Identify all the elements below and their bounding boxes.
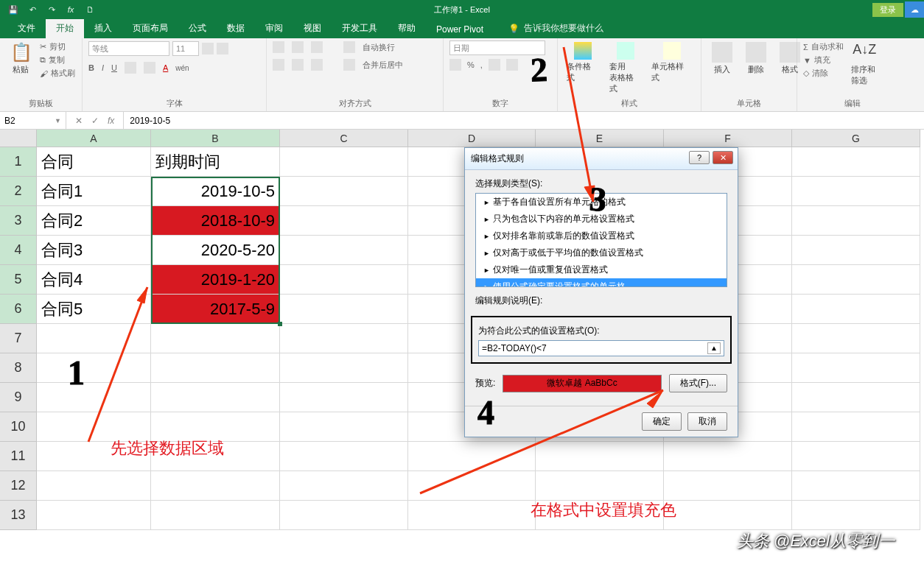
- inc-dec-icon[interactable]: [489, 59, 500, 71]
- cell-style-button[interactable]: 单元格样式: [648, 40, 695, 85]
- cell-G6[interactable]: [792, 295, 920, 324]
- tab-file[interactable]: 文件: [7, 18, 46, 38]
- wrap-button[interactable]: 自动换行: [363, 42, 395, 53]
- cond-format-button[interactable]: 条件格式: [564, 40, 602, 85]
- cell-G11[interactable]: [792, 442, 920, 471]
- phonetic-icon[interactable]: wén: [175, 64, 189, 72]
- save-icon[interactable]: 💾: [7, 4, 19, 15]
- cell-F12[interactable]: [664, 471, 792, 501]
- cell-G7[interactable]: [792, 324, 920, 353]
- undo-icon[interactable]: ↶: [27, 4, 38, 15]
- cell-C7[interactable]: [280, 324, 408, 353]
- row-header-1[interactable]: 1: [0, 147, 37, 177]
- autosum-button[interactable]: Σ自动求和: [803, 40, 844, 53]
- cell-G5[interactable]: [792, 265, 920, 295]
- copy-button[interactable]: ⧉复制: [40, 54, 75, 66]
- tab-formula[interactable]: 公式: [178, 18, 217, 38]
- cell-B13[interactable]: [151, 501, 280, 530]
- row-header-6[interactable]: 6: [0, 295, 37, 324]
- align-top-icon[interactable]: [273, 41, 284, 53]
- cell-A7[interactable]: [37, 324, 151, 353]
- col-header-B[interactable]: B: [151, 130, 280, 147]
- cell-B1[interactable]: 到期时间: [151, 147, 280, 177]
- col-header-F[interactable]: F: [664, 130, 792, 147]
- paste-button[interactable]: 📋 粘贴: [6, 40, 35, 77]
- formula-input[interactable]: 2019-10-5: [123, 112, 924, 129]
- fill-handle[interactable]: [278, 322, 282, 326]
- qat-icon[interactable]: fx: [65, 4, 77, 15]
- col-header-D[interactable]: D: [408, 130, 536, 147]
- cell-B6[interactable]: 2017-5-9: [151, 295, 280, 324]
- cell-C5[interactable]: [280, 265, 408, 295]
- wrap-icon[interactable]: [343, 41, 355, 53]
- row-header-5[interactable]: 5: [0, 265, 37, 295]
- cell-A1[interactable]: 合同: [37, 147, 151, 177]
- cell-C2[interactable]: [280, 177, 408, 206]
- cell-A13[interactable]: [37, 501, 151, 530]
- cell-C9[interactable]: [280, 383, 408, 412]
- rule-type-item[interactable]: 仅对高于或低于平均值的数值设置格式: [476, 244, 727, 261]
- currency-icon[interactable]: [449, 59, 461, 71]
- fx-icon[interactable]: fx: [108, 116, 114, 126]
- tab-review[interactable]: 审阅: [255, 18, 293, 38]
- close-button[interactable]: ✕: [713, 151, 733, 164]
- cell-G10[interactable]: [792, 412, 920, 442]
- cell-C13[interactable]: [280, 501, 408, 530]
- cell-E12[interactable]: [536, 471, 664, 501]
- chevron-down-icon[interactable]: ▼: [55, 117, 61, 124]
- cut-button[interactable]: ✂剪切: [40, 40, 75, 53]
- row-header-8[interactable]: 8: [0, 353, 37, 383]
- help-button[interactable]: ?: [689, 151, 710, 164]
- cell-A4[interactable]: 合同3: [37, 236, 151, 265]
- clear-button[interactable]: ◇清除: [803, 67, 844, 80]
- cell-G3[interactable]: [792, 206, 920, 236]
- row-header-11[interactable]: 11: [0, 442, 37, 471]
- cell-A2[interactable]: 合同1: [37, 177, 151, 206]
- row-header-4[interactable]: 4: [0, 236, 37, 265]
- number-format-select[interactable]: 日期: [449, 40, 545, 55]
- cell-B4[interactable]: 2020-5-20: [151, 236, 280, 265]
- row-header-13[interactable]: 13: [0, 501, 37, 530]
- tab-help[interactable]: 帮助: [388, 18, 426, 38]
- tell-me[interactable]: 💡告诉我你想要做什么: [508, 22, 603, 38]
- cell-B2[interactable]: 2019-10-5: [151, 177, 280, 206]
- row-header-2[interactable]: 2: [0, 177, 37, 206]
- format-painter-button[interactable]: 🖌格式刷: [40, 67, 75, 80]
- cell-C10[interactable]: [280, 412, 408, 442]
- cell-C1[interactable]: [280, 147, 408, 177]
- select-all-corner[interactable]: [0, 130, 37, 147]
- align-mid-icon[interactable]: [292, 41, 304, 53]
- cell-B5[interactable]: 2019-1-20: [151, 265, 280, 295]
- cell-B7[interactable]: [151, 324, 280, 353]
- font-name-select[interactable]: 等线: [88, 41, 169, 56]
- grow-font-icon[interactable]: [202, 43, 214, 54]
- merge-button[interactable]: 合并后居中: [363, 60, 403, 71]
- qat-icon[interactable]: 🗋: [84, 4, 96, 15]
- cell-D13[interactable]: [408, 501, 536, 530]
- shrink-font-icon[interactable]: [217, 43, 228, 54]
- dec-dec-icon[interactable]: [506, 59, 518, 71]
- collapse-icon[interactable]: ▲: [707, 342, 721, 354]
- font-color-icon[interactable]: A: [163, 63, 168, 72]
- bold-button[interactable]: B: [88, 63, 94, 72]
- cancel-button[interactable]: 取消: [687, 412, 727, 431]
- italic-button[interactable]: I: [102, 63, 104, 72]
- cell-C8[interactable]: [280, 353, 408, 383]
- redo-icon[interactable]: ↷: [46, 4, 57, 15]
- cell-A6[interactable]: 合同5: [37, 295, 151, 324]
- cell-G1[interactable]: [792, 147, 920, 177]
- tab-pagelayout[interactable]: 页面布局: [122, 18, 178, 38]
- tab-powerpivot[interactable]: Power Pivot: [426, 21, 494, 38]
- table-format-button[interactable]: 套用表格格式: [606, 40, 645, 96]
- col-header-C[interactable]: C: [280, 130, 408, 147]
- row-header-3[interactable]: 3: [0, 206, 37, 236]
- percent-icon[interactable]: %: [467, 60, 475, 69]
- tab-view[interactable]: 视图: [293, 18, 332, 38]
- cell-F11[interactable]: [664, 442, 792, 471]
- comma-icon[interactable]: ,: [480, 60, 483, 69]
- row-header-7[interactable]: 7: [0, 324, 37, 353]
- rule-type-item[interactable]: 基于各自值设置所有单元格的格式: [476, 194, 727, 211]
- cell-A10[interactable]: [37, 412, 151, 442]
- format-button[interactable]: 格式(F)...: [669, 374, 727, 392]
- rule-type-item[interactable]: 使用公式确定要设置格式的单元格: [476, 278, 727, 287]
